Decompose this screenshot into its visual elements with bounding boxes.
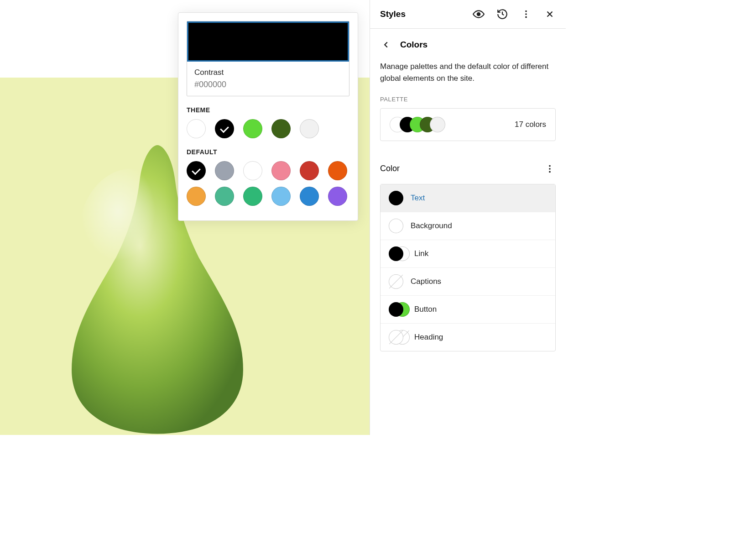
svg-point-6 [549, 168, 551, 170]
current-color-swatch[interactable] [187, 21, 349, 62]
history-icon[interactable] [496, 8, 508, 20]
eye-icon[interactable] [473, 8, 485, 20]
svg-point-5 [549, 165, 551, 167]
color-swatch[interactable] [215, 161, 234, 180]
element-swatch [389, 246, 407, 261]
color-swatch[interactable] [300, 119, 319, 138]
sidebar-header: Styles [370, 0, 566, 29]
element-label: Button [414, 305, 437, 314]
sidebar-description: Manage palettes and the default color of… [370, 61, 566, 96]
element-swatch [389, 191, 403, 205]
palette-mini-swatch [430, 117, 445, 132]
palette-label: PALETTE [370, 96, 566, 108]
color-swatch[interactable] [300, 161, 319, 180]
color-hex: #000000 [194, 80, 342, 89]
svg-point-7 [549, 171, 551, 173]
element-list: TextBackgroundLinkCaptionsButtonHeading [380, 184, 556, 351]
element-label: Captions [411, 277, 441, 286]
back-icon[interactable] [380, 39, 392, 51]
color-picker-popover: Contrast #000000 THEME DEFAULT [178, 12, 358, 221]
element-swatch [389, 330, 407, 345]
color-swatch[interactable] [271, 119, 291, 138]
sidebar-nav: Colors [370, 29, 566, 61]
color-swatch[interactable] [328, 187, 347, 206]
close-icon[interactable] [544, 8, 556, 20]
element-row-text[interactable]: Text [381, 184, 555, 212]
element-row-heading[interactable]: Heading [381, 324, 555, 351]
color-name: Contrast [194, 68, 342, 77]
color-swatch[interactable] [187, 187, 206, 206]
element-swatch [389, 274, 403, 289]
color-swatch[interactable] [243, 161, 262, 180]
color-swatch[interactable] [187, 119, 206, 138]
color-swatch[interactable] [243, 187, 262, 206]
styles-sidebar: Styles Colors Manage palettes and the de… [370, 0, 566, 435]
element-label: Background [411, 221, 452, 230]
svg-point-1 [477, 13, 480, 16]
palette-card[interactable]: 17 colors [380, 108, 556, 141]
color-preview-card: Contrast #000000 [187, 21, 349, 96]
sidebar-title: Styles [380, 9, 406, 19]
element-label: Heading [414, 333, 443, 342]
element-label: Text [411, 194, 425, 203]
color-swatch[interactable] [328, 161, 347, 180]
color-swatch[interactable] [187, 161, 206, 180]
color-swatch[interactable] [271, 161, 291, 180]
color-swatch[interactable] [300, 187, 319, 206]
color-more-icon[interactable] [544, 163, 556, 175]
element-swatch [389, 302, 407, 317]
element-label: Link [414, 249, 428, 258]
palette-count: 17 colors [515, 120, 546, 129]
svg-point-2 [525, 10, 527, 12]
color-heading: Color [380, 164, 400, 173]
svg-point-0 [78, 169, 184, 311]
color-swatch[interactable] [215, 187, 234, 206]
svg-point-3 [525, 13, 527, 15]
nav-title: Colors [400, 40, 428, 50]
more-icon[interactable] [520, 8, 532, 20]
color-section-header: Color [370, 141, 566, 180]
svg-point-4 [525, 16, 527, 18]
theme-section-label: THEME [187, 106, 349, 114]
color-swatch[interactable] [271, 187, 291, 206]
default-section-label: DEFAULT [187, 148, 349, 156]
element-row-link[interactable]: Link [381, 240, 555, 268]
editor-canvas: Contrast #000000 THEME DEFAULT [0, 0, 370, 435]
element-row-captions[interactable]: Captions [381, 268, 555, 296]
element-row-background[interactable]: Background [381, 212, 555, 240]
color-swatch[interactable] [215, 119, 234, 138]
element-swatch [389, 219, 403, 233]
element-row-button[interactable]: Button [381, 296, 555, 324]
color-swatch[interactable] [243, 119, 262, 138]
